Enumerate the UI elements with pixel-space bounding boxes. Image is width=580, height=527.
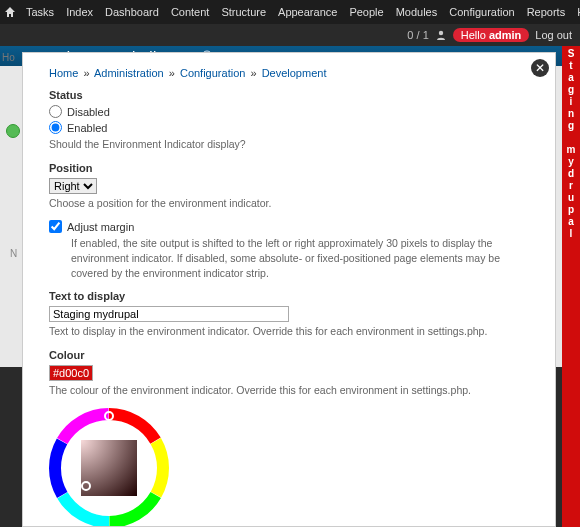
toolbar-item-content[interactable]: Content (165, 0, 216, 24)
colour-desc: The colour of the environment indicator.… (49, 383, 537, 398)
bg-tab: Ho (2, 52, 15, 63)
toolbar-item-help[interactable]: Help (571, 0, 580, 24)
admin-toolbar-secondary: 0 / 1 Hello admin Log out (0, 24, 580, 46)
adjust-margin-label: Adjust margin (67, 221, 134, 233)
status-disabled-row[interactable]: Disabled (49, 105, 537, 118)
shortcut-counter: 0 / 1 (407, 29, 428, 41)
status-desc: Should the Environment Indicator display… (49, 137, 537, 152)
user-icon (435, 29, 447, 41)
status-heading: Status (49, 89, 537, 101)
toolbar-item-modules[interactable]: Modules (390, 0, 444, 24)
bg-letter: N (10, 248, 17, 259)
toolbar-item-structure[interactable]: Structure (215, 0, 272, 24)
environment-indicator-strip: Staging mydrupal (562, 46, 580, 527)
breadcrumb: Home » Administration » Configuration » … (49, 67, 537, 79)
breadcrumb-dev[interactable]: Development (262, 67, 327, 79)
status-enabled-radio[interactable] (49, 121, 62, 134)
toolbar-item-tasks[interactable]: Tasks (20, 0, 60, 24)
admin-toolbar: Tasks Index Dashboard Content Structure … (0, 0, 580, 24)
toolbar-item-people[interactable]: People (343, 0, 389, 24)
close-icon[interactable]: ✕ (531, 59, 549, 77)
colour-heading: Colour (49, 349, 537, 361)
svg-point-0 (439, 31, 443, 35)
breadcrumb-config[interactable]: Configuration (180, 67, 245, 79)
settings-overlay: ✕ Home » Administration » Configuration … (22, 52, 556, 527)
text-heading: Text to display (49, 290, 537, 302)
text-desc: Text to display in the environment indic… (49, 324, 537, 339)
hello-badge[interactable]: Hello admin (453, 28, 530, 42)
logout-link[interactable]: Log out (535, 29, 572, 41)
colour-input[interactable] (49, 365, 93, 381)
home-icon[interactable] (4, 4, 16, 20)
status-enabled-row[interactable]: Enabled (49, 121, 537, 134)
position-heading: Position (49, 162, 537, 174)
text-to-display-input[interactable] (49, 306, 289, 322)
breadcrumb-admin[interactable]: Administration (94, 67, 164, 79)
status-disabled-label: Disabled (67, 106, 110, 118)
status-enabled-label: Enabled (67, 122, 107, 134)
toolbar-item-configuration[interactable]: Configuration (443, 0, 520, 24)
adjust-margin-checkbox[interactable] (49, 220, 62, 233)
position-desc: Choose a position for the environment in… (49, 196, 537, 211)
status-disabled-radio[interactable] (49, 105, 62, 118)
toolbar-item-appearance[interactable]: Appearance (272, 0, 343, 24)
position-select[interactable]: LeftRight (49, 178, 97, 194)
toolbar-item-index[interactable]: Index (60, 0, 99, 24)
toolbar-item-reports[interactable]: Reports (521, 0, 572, 24)
breadcrumb-home[interactable]: Home (49, 67, 78, 79)
adjust-margin-row[interactable]: Adjust margin (49, 220, 537, 233)
colour-picker[interactable] (49, 408, 537, 527)
status-ok-icon (6, 124, 20, 138)
toolbar-item-dashboard[interactable]: Dashboard (99, 0, 165, 24)
adjust-margin-desc: If enabled, the site output is shifted t… (71, 236, 537, 280)
